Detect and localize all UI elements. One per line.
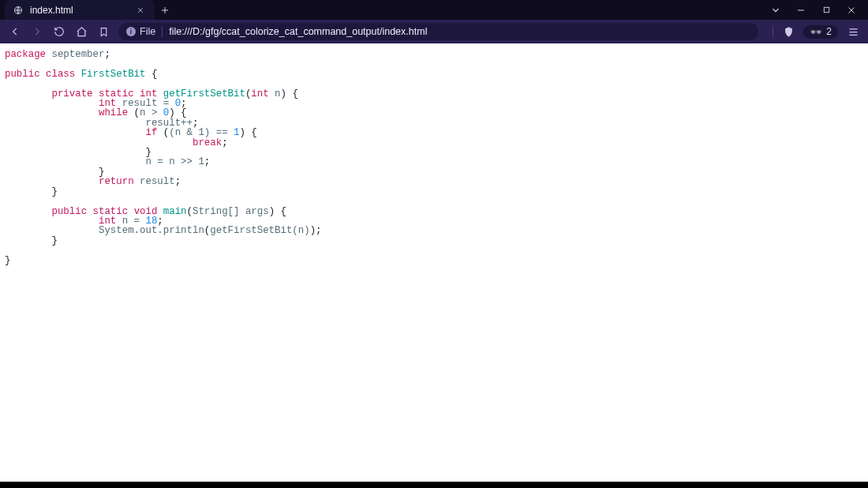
reload-icon[interactable] <box>52 24 66 39</box>
glasses-icon: 👓 <box>810 26 822 38</box>
bookmark-icon[interactable] <box>96 24 110 39</box>
tracker-count-badge[interactable]: 👓 2 <box>803 25 838 39</box>
toolbar-right: 👓 2 <box>766 24 860 39</box>
chevron-down-icon[interactable] <box>769 3 783 17</box>
close-tab-icon[interactable] <box>134 4 147 17</box>
taskbar-sliver <box>0 482 868 488</box>
titlebar: index.html <box>0 0 868 20</box>
scheme-label: File <box>140 26 155 37</box>
home-icon[interactable] <box>74 24 88 39</box>
address-bar[interactable]: i File file:///D:/gfg/ccat_colorize_cat_… <box>118 23 758 40</box>
back-icon[interactable] <box>8 24 22 39</box>
divider <box>773 26 773 37</box>
tracker-count: 2 <box>826 26 832 37</box>
toolbar: i File file:///D:/gfg/ccat_colorize_cat_… <box>0 20 868 43</box>
brave-shield-icon[interactable] <box>781 24 795 39</box>
new-tab-button[interactable] <box>155 0 175 20</box>
page-content: package september; public class FirstSet… <box>0 43 868 482</box>
maximize-icon[interactable] <box>819 3 833 17</box>
tab-title: index.html <box>30 5 128 16</box>
divider <box>162 26 163 37</box>
minimize-icon[interactable] <box>794 3 808 17</box>
url-text: file:///D:/gfg/ccat_colorize_cat_command… <box>169 26 427 37</box>
svg-rect-1 <box>824 7 829 12</box>
window-controls <box>769 3 868 17</box>
browser-tab[interactable]: index.html <box>5 0 155 20</box>
close-window-icon[interactable] <box>844 3 859 17</box>
forward-icon <box>30 24 44 39</box>
scheme-indicator: i File <box>126 26 155 37</box>
globe-icon <box>13 5 24 16</box>
code-block: package september; public class FirstSet… <box>0 43 868 272</box>
info-icon: i <box>126 27 136 36</box>
menu-icon[interactable] <box>846 24 860 39</box>
